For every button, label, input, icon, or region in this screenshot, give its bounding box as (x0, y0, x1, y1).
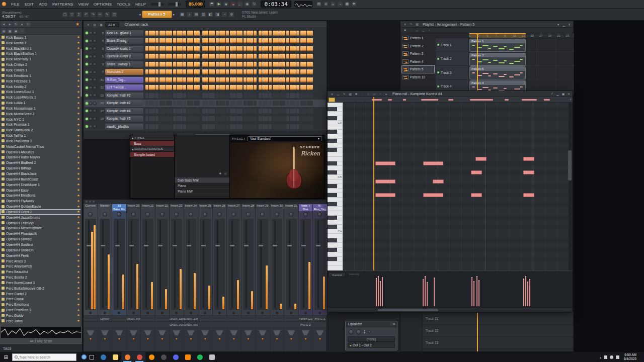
step-button[interactable] (259, 46, 262, 51)
favorite-star-icon[interactable]: ★ (77, 57, 80, 61)
pr-mute-icon[interactable]: ◌ (360, 92, 365, 96)
open-file-icon[interactable]: ▢ (62, 12, 68, 18)
step-button[interactable] (190, 77, 193, 82)
piano-key-d4[interactable] (328, 220, 343, 225)
piano-key-c4[interactable]: C4 (328, 229, 343, 234)
favorite-star-icon[interactable]: ★ (77, 188, 80, 192)
route-arrow-icon[interactable]: ▾ (190, 337, 192, 340)
step-button[interactable] (197, 85, 200, 90)
playlist-track-header[interactable]: Track 3 (436, 66, 468, 80)
favorite-star-icon[interactable]: ★ (77, 150, 80, 154)
browser-sample-list[interactable]: Kick Basso 1★Kick Basso 2★Kick BlackBird… (0, 35, 82, 326)
piano-key-cs6[interactable] (328, 116, 343, 121)
plugin-slot[interactable] (84, 322, 98, 327)
metronome-icon[interactable]: ♩ (237, 1, 243, 7)
step-button[interactable] (187, 31, 190, 36)
pattern-list[interactable]: Pattern 1Pattern 2Pattern 3Pattern 4Patt… (401, 34, 435, 81)
step-button[interactable] (300, 54, 303, 59)
step-button[interactable] (230, 54, 233, 59)
velocity-stem[interactable] (382, 277, 383, 306)
cpu-panel-icon[interactable]: ▦ (344, 1, 350, 7)
master-volume-handle[interactable] (158, 2, 160, 7)
piano-roll-grid[interactable] (343, 103, 569, 270)
stop-button[interactable]: ■ (223, 1, 229, 7)
characteristics-value[interactable]: Sample-based (130, 152, 174, 157)
favorite-star-icon[interactable]: ★ (77, 237, 80, 241)
send-knob[interactable] (146, 312, 149, 314)
step-button[interactable] (152, 101, 155, 106)
piano-key-as4[interactable] (328, 184, 343, 189)
route-arrow-icon[interactable]: ▾ (118, 337, 120, 340)
step-button[interactable] (166, 116, 169, 121)
mixer-strip[interactable]: Insert 27 (227, 204, 242, 315)
plugin-slot[interactable] (98, 322, 113, 327)
send-knob[interactable] (204, 312, 206, 314)
browser-item[interactable]: Perc ButtaSmoove DS-2★ (0, 286, 82, 291)
step-button[interactable] (202, 101, 205, 106)
fader-handle[interactable] (287, 244, 292, 247)
pl-zoom-icon[interactable]: ◔ (427, 28, 432, 33)
step-button[interactable] (169, 69, 172, 74)
step-button[interactable] (149, 62, 152, 67)
step-button[interactable] (244, 109, 247, 114)
step-button[interactable] (145, 46, 148, 51)
step-button[interactable] (149, 116, 152, 121)
step-button[interactable] (152, 77, 155, 82)
favorite-star-icon[interactable]: ★ (77, 90, 80, 94)
favorite-star-icon[interactable]: ★ (77, 319, 80, 323)
step-button[interactable] (254, 77, 257, 82)
step-button[interactable] (216, 93, 219, 98)
mixer-strip[interactable]: Insert 25 (198, 204, 213, 315)
step-button[interactable] (205, 109, 208, 114)
step-button[interactable] (293, 124, 296, 129)
step-button[interactable] (303, 46, 306, 51)
step-button[interactable] (233, 124, 236, 129)
step-button[interactable] (163, 116, 166, 121)
step-button[interactable] (293, 109, 296, 114)
browser-item[interactable]: Kick TellYa 1★ (0, 133, 82, 138)
step-button[interactable] (222, 77, 225, 82)
pan-knob[interactable] (246, 212, 251, 217)
channel-fader[interactable] (186, 219, 197, 310)
pr-zoom-icon[interactable]: ◔ (378, 92, 383, 96)
step-button[interactable] (254, 109, 257, 114)
step-button[interactable] (233, 54, 236, 59)
step-button[interactable] (180, 116, 183, 121)
characteristics-header[interactable]: ▾CHARACTERISTICS (130, 146, 174, 152)
step-button[interactable] (183, 62, 186, 67)
step-button[interactable] (180, 46, 183, 51)
step-button[interactable] (155, 62, 158, 67)
browser-tab-plugins-icon[interactable]: ▦ (7, 28, 13, 34)
step-button[interactable] (177, 77, 180, 82)
browser-item[interactable]: OpenHH BurntCoast★ (0, 176, 82, 182)
step-button[interactable] (233, 62, 236, 67)
step-button[interactable] (233, 109, 236, 114)
fader-cap-icon[interactable] (158, 330, 166, 335)
step-button[interactable] (290, 54, 293, 59)
step-button[interactable] (226, 46, 229, 51)
channel-led[interactable] (86, 125, 88, 128)
channel-led[interactable] (86, 94, 88, 97)
step-button[interactable] (290, 62, 293, 67)
step-button[interactable] (183, 85, 186, 90)
step-button[interactable] (159, 69, 163, 74)
step-button[interactable] (219, 54, 222, 59)
fader-handle[interactable] (186, 244, 192, 247)
step-button[interactable] (239, 62, 243, 67)
equalizer-header[interactable]: Equalizer ≡ (346, 321, 397, 327)
step-button[interactable] (236, 93, 239, 98)
step-button[interactable] (279, 124, 282, 129)
step-button[interactable] (197, 54, 200, 59)
step-button[interactable] (259, 109, 262, 114)
step-button[interactable] (183, 116, 186, 121)
channel-led[interactable] (86, 40, 88, 42)
step-button[interactable] (290, 31, 293, 36)
route-arrow-icon[interactable]: ▾ (218, 337, 220, 340)
channel-fader[interactable] (300, 219, 311, 310)
step-button[interactable] (183, 77, 186, 82)
step-button[interactable] (209, 38, 212, 43)
step-button[interactable] (173, 31, 176, 36)
browser-item[interactable]: Kick NYC 1★ (0, 117, 82, 122)
taskbar-fl-studio[interactable] (121, 352, 133, 362)
favorite-star-icon[interactable]: ★ (77, 281, 80, 285)
